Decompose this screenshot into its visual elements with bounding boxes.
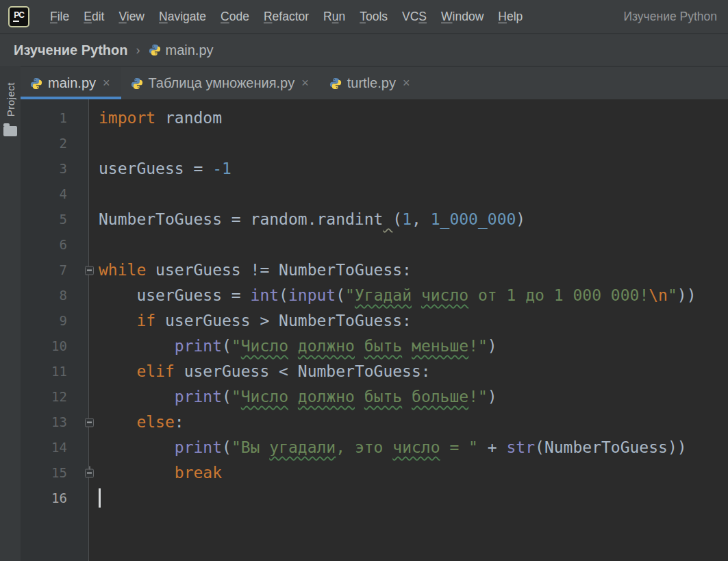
line-number: 8	[21, 283, 89, 308]
code-line[interactable]: 5NumberToGuess = random.randint (1, 1_00…	[21, 207, 728, 232]
fold-marker-icon[interactable]	[85, 469, 94, 477]
code-text: import random	[89, 105, 728, 131]
code-line[interactable]: 7while userGuess != NumberToGuess:	[21, 258, 728, 283]
menu-help[interactable]: Help	[498, 10, 523, 24]
code-line[interactable]: 2	[21, 131, 728, 156]
code-line[interactable]: 1import random	[21, 105, 728, 131]
python-icon	[149, 44, 161, 56]
code-text: print("Число должно быть больше!")	[89, 384, 728, 410]
python-icon	[131, 77, 143, 90]
titlebar-project-name: Изучение Python	[623, 10, 718, 24]
menu-navigate[interactable]: Navigate	[159, 10, 206, 24]
menu-items: FileEditViewNavigateCodeRefactorRunTools…	[50, 10, 523, 24]
menu-view[interactable]: View	[118, 10, 145, 24]
code-text: break	[89, 460, 728, 486]
line-number: 15	[21, 460, 89, 486]
line-number: 7	[21, 258, 89, 283]
close-icon[interactable]: ×	[301, 76, 309, 90]
code-text: NumberToGuess = random.randint (1, 1_000…	[89, 207, 728, 232]
line-number: 13	[21, 410, 89, 435]
code-line[interactable]: 14 print("Вы угадали, это число = " + st…	[21, 435, 728, 460]
tab-turtle-py[interactable]: turtle.py×	[320, 67, 421, 99]
fold-marker-icon[interactable]	[85, 418, 94, 427]
pycharm-logo-underline	[13, 21, 19, 22]
code-line[interactable]: 8 userGuess = int(input("Угадай число от…	[21, 283, 728, 308]
python-icon	[329, 77, 342, 90]
code-text: if userGuess > NumberToGuess:	[89, 308, 728, 334]
code-text	[89, 232, 728, 258]
code-line[interactable]: 15 break	[21, 460, 728, 486]
code-line[interactable]: 16	[21, 486, 728, 511]
code-line[interactable]: 13 else:	[21, 410, 728, 435]
line-number: 3	[21, 156, 89, 182]
menu-run[interactable]: Run	[323, 10, 345, 24]
code-line[interactable]: 10 print("Число должно быть меньше!")	[21, 334, 728, 359]
code-line[interactable]: 3userGuess = -1	[21, 156, 728, 182]
line-number: 6	[21, 232, 89, 258]
code-text	[89, 486, 728, 511]
menu-window[interactable]: Window	[441, 10, 484, 24]
code-text: print("Вы угадали, это число = " + str(N…	[89, 435, 728, 460]
tab-multiplication-table-py[interactable]: Таблица умножения.py×	[121, 67, 320, 99]
tool-window-strip: Project	[0, 66, 21, 561]
line-number: 5	[21, 207, 89, 232]
breadcrumb-project[interactable]: Изучение Python	[14, 42, 128, 58]
breadcrumb-file[interactable]: main.py	[149, 42, 214, 58]
breadcrumb-chevron-icon: ›	[136, 43, 140, 58]
project-tool-button[interactable]: Project	[5, 82, 16, 116]
menu-vcs[interactable]: VCS	[402, 10, 427, 24]
menu-refactor[interactable]: Refactor	[264, 10, 309, 24]
code-line[interactable]: 12 print("Число должно быть больше!")	[21, 384, 728, 410]
code-text: userGuess = -1	[89, 156, 728, 182]
code-text: print("Число должно быть меньше!")	[89, 334, 728, 359]
code-text	[89, 131, 728, 156]
folder-icon[interactable]	[3, 126, 17, 136]
line-number: 4	[21, 182, 89, 207]
line-number: 16	[21, 486, 89, 511]
tab-label: turtle.py	[347, 75, 396, 91]
text-caret	[99, 488, 101, 508]
code-text: while userGuess != NumberToGuess:	[89, 258, 728, 283]
tab-label: main.py	[48, 75, 96, 91]
code-line[interactable]: 6	[21, 232, 728, 258]
menu-bar: PC FileEditViewNavigateCodeRefactorRunTo…	[0, 0, 728, 33]
python-icon	[30, 77, 42, 90]
code-line[interactable]: 11 elif userGuess < NumberToGuess:	[21, 359, 728, 384]
code-lines: 1import random23userGuess = -145NumberTo…	[21, 99, 728, 511]
menu-file[interactable]: File	[50, 10, 69, 24]
close-icon[interactable]: ×	[403, 76, 410, 90]
pycharm-window: PC FileEditViewNavigateCodeRefactorRunTo…	[0, 0, 728, 561]
line-number: 12	[21, 384, 89, 410]
tab-bar: main.py× Таблица умножения.py× turtle.py…	[21, 66, 728, 99]
line-number: 1	[21, 105, 89, 131]
line-number: 10	[21, 334, 89, 359]
code-line[interactable]: 9 if userGuess > NumberToGuess:	[21, 308, 728, 334]
close-icon[interactable]: ×	[103, 76, 110, 90]
pycharm-logo-text: PC	[14, 11, 24, 19]
menu-tools[interactable]: Tools	[360, 10, 388, 24]
editor[interactable]: 1import random23userGuess = -145NumberTo…	[21, 99, 728, 561]
line-number: 9	[21, 308, 89, 334]
line-number: 14	[21, 435, 89, 460]
tab-label: Таблица умножения.py	[149, 75, 295, 91]
line-number: 2	[21, 131, 89, 156]
code-text: userGuess = int(input("Угадай число от 1…	[89, 283, 728, 308]
menu-edit[interactable]: Edit	[84, 10, 104, 24]
code-text	[89, 182, 728, 207]
code-text: else:	[89, 410, 728, 435]
pycharm-logo: PC	[8, 6, 29, 27]
code-text: elif userGuess < NumberToGuess:	[89, 359, 728, 384]
fold-marker-icon[interactable]	[85, 266, 94, 275]
breadcrumb-file-label: main.py	[166, 42, 214, 58]
line-number: 11	[21, 359, 89, 384]
code-line[interactable]: 4	[21, 182, 728, 207]
menu-code[interactable]: Code	[221, 10, 249, 24]
tab-main-py[interactable]: main.py×	[21, 67, 121, 99]
breadcrumb: Изучение Python › main.py	[0, 33, 728, 66]
